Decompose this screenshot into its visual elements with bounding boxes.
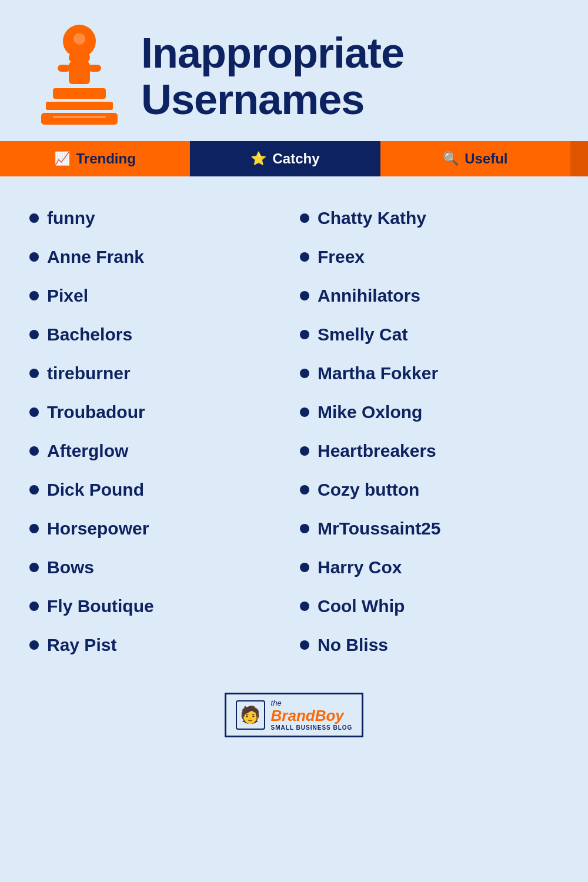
list-item: Annihilators (300, 278, 559, 314)
logo-sub: SMALL BUSINESS BLOG (271, 724, 353, 731)
catchy-icon: ⭐ (250, 151, 266, 166)
bullet (300, 640, 309, 650)
bullet (300, 602, 309, 611)
item-label: Harry Cox (318, 557, 402, 577)
page-title: Inappropriate Usernames (141, 30, 404, 123)
svg-point-9 (74, 33, 85, 45)
item-label: No Bliss (318, 635, 388, 655)
logo-mascot: 🧑 (236, 700, 265, 730)
item-label: Anne Frank (47, 247, 144, 267)
item-label: Fly Boutique (47, 596, 154, 616)
bullet (300, 213, 309, 223)
svg-rect-5 (53, 88, 106, 99)
tabs-bar: 📈 Trending ⭐ Catchy 🔍 Useful (0, 141, 588, 176)
item-label: Heartbreakers (318, 441, 436, 461)
logo-box: 🧑 the BrandBoy SMALL BUSINESS BLOG (225, 693, 364, 737)
list-item: Ray Pist (29, 627, 288, 663)
tab-trending[interactable]: 📈 Trending (0, 141, 190, 176)
list-item: Fly Boutique (29, 588, 288, 624)
list-item: Smelly Cat (300, 316, 559, 353)
right-column: Chatty Kathy Freex Annihilators Smelly C… (300, 200, 559, 663)
item-label: Chatty Kathy (318, 208, 426, 228)
svg-rect-4 (88, 65, 101, 72)
item-label: tireburner (47, 363, 131, 383)
trending-icon: 📈 (54, 151, 70, 166)
tab-useful-label: Useful (465, 151, 507, 167)
bullet (300, 524, 309, 533)
svg-rect-3 (58, 65, 71, 72)
bullet (29, 485, 39, 495)
list-item: Chatty Kathy (300, 200, 559, 236)
logo-the: the (271, 699, 353, 707)
tab-catchy[interactable]: ⭐ Catchy (190, 141, 380, 176)
list-item: funny (29, 200, 288, 236)
item-label: Martha Fokker (318, 363, 438, 383)
useful-icon: 🔍 (443, 151, 459, 166)
bullet (29, 213, 39, 223)
list-item: tireburner (29, 355, 288, 392)
item-label: MrToussaint25 (318, 519, 441, 539)
bullet (29, 369, 39, 378)
list-item: Dick Pound (29, 472, 288, 508)
bullet (300, 407, 309, 417)
list-item: Mike Oxlong (300, 394, 559, 430)
bullet (29, 407, 39, 417)
list-item: Martha Fokker (300, 355, 559, 392)
item-label: Horsepower (47, 519, 149, 539)
bullet (29, 524, 39, 533)
bullet (300, 446, 309, 456)
bullet (29, 446, 39, 456)
item-label: Mike Oxlong (318, 402, 422, 422)
item-label: Annihilators (318, 286, 420, 306)
item-label: Ray Pist (47, 635, 116, 655)
svg-rect-6 (46, 102, 113, 110)
svg-rect-8 (53, 116, 106, 118)
tab-accent (570, 141, 588, 176)
list-item: Heartbreakers (300, 433, 559, 469)
item-label: funny (47, 208, 95, 228)
list-item: Cozy button (300, 472, 559, 508)
tab-catchy-label: Catchy (272, 151, 319, 167)
item-label: Cozy button (318, 480, 419, 500)
item-label: Smelly Cat (318, 325, 407, 345)
bullet (300, 252, 309, 262)
item-label: Bachelors (47, 325, 132, 345)
list-item: Pixel (29, 278, 288, 314)
left-column: funny Anne Frank Pixel Bachelors tirebur… (29, 200, 288, 663)
item-label: Pixel (47, 286, 88, 306)
logo-brand: BrandBoy (271, 707, 353, 724)
list-item: Harry Cox (300, 549, 559, 586)
footer-logo: 🧑 the BrandBoy SMALL BUSINESS BLOG (225, 693, 364, 737)
header: Inappropriate Usernames (0, 0, 588, 141)
item-label: Troubadour (47, 402, 145, 422)
list-item: Cool Whip (300, 588, 559, 624)
bullet (29, 252, 39, 262)
list-item: Bows (29, 549, 288, 586)
item-label: Afterglow (47, 441, 128, 461)
logo-text-block: the BrandBoy SMALL BUSINESS BLOG (271, 699, 353, 731)
list-item: Afterglow (29, 433, 288, 469)
list-item: Troubadour (29, 394, 288, 430)
bullet (29, 291, 39, 300)
bullet (29, 640, 39, 650)
bullet (300, 563, 309, 572)
list-item: MrToussaint25 (300, 510, 559, 547)
list-item: Bachelors (29, 316, 288, 353)
list-item: Horsepower (29, 510, 288, 547)
bullet (300, 330, 309, 339)
list-item: Freex (300, 239, 559, 275)
svg-rect-7 (41, 113, 118, 125)
stamp-icon (35, 24, 123, 129)
item-label: Bows (47, 557, 94, 577)
item-label: Cool Whip (318, 596, 405, 616)
lists-container: funny Anne Frank Pixel Bachelors tirebur… (0, 194, 588, 681)
bullet (300, 291, 309, 300)
bullet (300, 369, 309, 378)
bullet (29, 602, 39, 611)
tab-useful[interactable]: 🔍 Useful (380, 141, 570, 176)
list-item: No Bliss (300, 627, 559, 663)
bullet (29, 330, 39, 339)
bullet (300, 485, 309, 495)
list-item: Anne Frank (29, 239, 288, 275)
bullet (29, 563, 39, 572)
